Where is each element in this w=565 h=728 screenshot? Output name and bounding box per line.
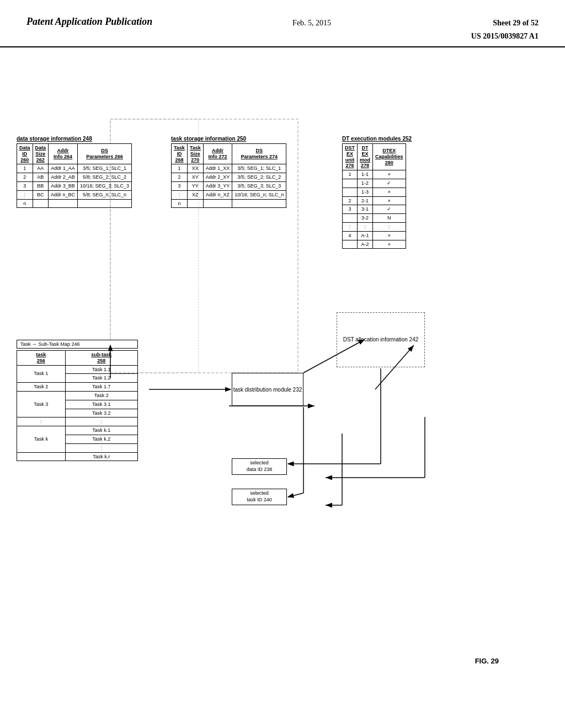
table-row: 11-1× bbox=[343, 170, 406, 179]
ds-col3-header: AddrInfo 264 bbox=[49, 144, 78, 164]
dt-execution-table: DSTEXunit276 DTEXmod278 DTEXCapabilities… bbox=[342, 143, 406, 249]
ts-col2-header: TaskSize270 bbox=[187, 144, 203, 164]
table-row: 22-1× bbox=[343, 196, 406, 205]
table-row: 1AAAddr 1_AA3/5; SEG_1; SLC_1 bbox=[17, 164, 132, 173]
table-row: n bbox=[172, 199, 286, 208]
table-row: 33-1✓ bbox=[343, 205, 406, 214]
table-row: 4A-1× bbox=[343, 231, 406, 240]
dt-execution-label: DT execution modules 252 bbox=[342, 136, 412, 142]
task-distribution-box: task distribution module 232 bbox=[232, 373, 303, 406]
ts-col3-header: AddrInfo 272 bbox=[203, 144, 232, 164]
table-row: n bbox=[17, 199, 132, 208]
sheet-info: Sheet 29 of 52 bbox=[493, 15, 539, 28]
table-row: Task 3Task 2 bbox=[17, 391, 138, 400]
task-map-label: Task ↔ Sub-Task Map 246 bbox=[17, 340, 138, 349]
ts-col4-header: DSParameters 274 bbox=[232, 144, 286, 164]
patent-number: US 2015/0039827 A1 bbox=[471, 29, 539, 41]
page-header: Patent Application Publication Feb. 5, 2… bbox=[0, 0, 565, 47]
publication-date: Feb. 5, 2015 bbox=[292, 15, 331, 28]
ds-col1-header: DataID260 bbox=[17, 144, 33, 164]
dt-col3-header: DTEXCapabilities280 bbox=[373, 144, 406, 170]
dt-col2-header: DTEXmod278 bbox=[358, 144, 373, 170]
task-storage-section: task storage information 250 TaskID268 T… bbox=[171, 136, 286, 208]
table-row: Task kTask k.1 bbox=[17, 426, 138, 435]
table-row: 3-2N bbox=[343, 214, 406, 223]
task-storage-label: task storage information 250 bbox=[171, 136, 286, 142]
table-row: :: bbox=[17, 417, 138, 426]
task-storage-table: TaskID268 TaskSize270 AddrInfo 272 DSPar… bbox=[171, 143, 286, 208]
publication-title: Patent Application Publication bbox=[26, 15, 152, 28]
table-row: 3BBAddr 3_BB10/16; SEG_3; SLC_3 bbox=[17, 181, 132, 190]
table-row: Task 2Task 1.7 bbox=[17, 383, 138, 392]
table-row: :BCAddr n_BC5/8; SEG_n; SLC_n bbox=[17, 190, 132, 199]
task-subtask-table: task256 sub-task258 Task 1Task 1.1 Task … bbox=[17, 350, 138, 461]
table-row: :XZAddr n_XZ10/16; SEG_n; SLC_n bbox=[172, 190, 286, 199]
ds-col4-header: DSParameters 266 bbox=[78, 144, 132, 164]
ts-col1-header: TaskID268 bbox=[172, 144, 188, 164]
tm-col2-header: sub-task258 bbox=[65, 351, 137, 366]
table-row: 2XYAddr 2_XY3/5; SEG_2; SLC_2 bbox=[172, 173, 286, 182]
dt-col1-header: DSTEXunit276 bbox=[343, 144, 358, 170]
table-row: A-2× bbox=[343, 240, 406, 249]
ds-col2-header: DataSize262 bbox=[33, 144, 49, 164]
table-row: 1-2✓ bbox=[343, 179, 406, 188]
fig-label: FIG. 29 bbox=[475, 657, 499, 665]
selected-task-id-box: selectedtask ID 240 bbox=[232, 489, 287, 505]
task-subtask-section: Task ↔ Sub-Task Map 246 task256 sub-task… bbox=[17, 340, 138, 461]
table-row: 3YYAddr 3_YY3/5; SEG_3; SLC_3 bbox=[172, 181, 286, 190]
data-storage-table: DataID260 DataSize262 AddrInfo 264 DSPar… bbox=[17, 143, 132, 208]
data-storage-section: data storage information 248 DataID260 D… bbox=[17, 136, 132, 208]
table-row: 2ABAddr 2_AB5/8; SEG_2; SLC_2 bbox=[17, 173, 132, 182]
table-row: 1XXAddr 1_XX3/5; SEG_1; SLC_1 bbox=[172, 164, 286, 173]
selected-data-id-box: selecteddata ID 238 bbox=[232, 458, 287, 475]
table-row: Task 1Task 1.1 bbox=[17, 365, 138, 374]
main-content: data storage information 248 DataID260 D… bbox=[0, 47, 565, 709]
table-row: ::: bbox=[343, 222, 406, 231]
data-storage-label: data storage information 248 bbox=[17, 136, 132, 142]
dt-execution-section: DT execution modules 252 DSTEXunit276 DT… bbox=[342, 136, 412, 249]
tm-col1-header: task256 bbox=[17, 351, 66, 366]
table-row: 1-3× bbox=[343, 188, 406, 196]
dst-allocation-box: DST allocation information 242 bbox=[337, 312, 425, 367]
table-row: Task k.r bbox=[17, 452, 138, 461]
